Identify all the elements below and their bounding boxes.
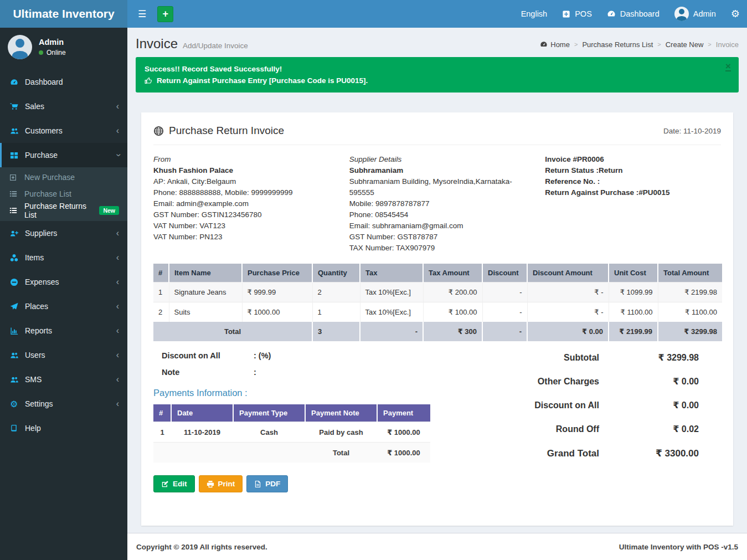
discount-on-all-row: Discount on All : (%): [162, 351, 502, 360]
return-status: Return Status :Return: [545, 165, 721, 176]
from-details: From Khush Fashion Palace AP: Ankali, Ci…: [153, 154, 349, 254]
list-icon: [9, 190, 24, 198]
plus-square-icon: [9, 174, 24, 181]
payments-heading: Payments Information :: [153, 388, 502, 398]
version-text: Ultimate Inventory with POS -v1.5: [619, 543, 738, 551]
print-button[interactable]: Print: [199, 475, 243, 492]
tachometer-icon: [10, 78, 25, 86]
users-icon: [10, 351, 25, 359]
top-header: Ultimate Inventory ☰ + English POS Dashb…: [0, 0, 747, 28]
pos-link[interactable]: POS: [562, 9, 592, 18]
users-icon: [10, 376, 25, 384]
breadcrumb-home[interactable]: Home: [540, 40, 570, 49]
home-icon: [540, 40, 548, 48]
users-icon: [10, 127, 25, 135]
items-total-row: Total 3 - ₹ 300 - ₹ 0.00 ₹ 2199.99 ₹ 329…: [153, 322, 722, 341]
item-row: 2 Suits ₹ 1000.00 1 Tax 10%[Exc.] ₹ 100.…: [153, 302, 722, 322]
footer: Copyright © 2019 All rights reserved. Ul…: [127, 533, 747, 560]
user-status: Online: [47, 49, 66, 56]
quick-add-button[interactable]: +: [157, 6, 173, 22]
note-row: Note :: [162, 368, 502, 377]
sidebar-menu: Dashboard Sales ‹ Customers ‹ Purchase ‹: [0, 70, 127, 440]
invoice-meta: Invoice #PR0006 Return Status :Return Re…: [545, 154, 721, 254]
sidebar-item-new-purchase[interactable]: New Purchase: [0, 169, 127, 186]
payments-header-row: # Date Payment Type Payment Note Payment: [153, 404, 430, 422]
sidebar-item-places[interactable]: Places ‹: [0, 294, 127, 318]
sidebar-item-expenses[interactable]: Expenses ‹: [0, 270, 127, 294]
alert-line2: Return Against Purchase Entry [Purchase …: [157, 75, 368, 86]
supplier-name: Subhramaniam: [349, 165, 534, 176]
globe-icon: [153, 126, 164, 136]
reference-no: Reference No. :: [545, 176, 721, 187]
breadcrumb-separator: >: [657, 41, 661, 48]
alert-line1: Success!! Record Saved Successfully!: [145, 63, 730, 75]
sidebar-user-panel: Admin Online: [0, 28, 127, 68]
chevron-left-icon: ‹: [116, 278, 119, 286]
breadcrumb: Home > Purchase Returns List > Create Ne…: [540, 40, 739, 49]
supplier-heading: Supplier Details: [349, 154, 534, 165]
item-row: 1 Signature Jeans ₹ 999.99 2 Tax 10%[Exc…: [153, 282, 722, 302]
breadcrumb-invoice: Invoice: [716, 40, 739, 49]
payments-total-row: Total ₹ 1000.00: [153, 443, 430, 463]
user-name: Admin: [39, 38, 66, 47]
chevron-left-icon: ‹: [116, 326, 119, 335]
card-title: Purchase Return Invoice: [153, 125, 284, 137]
sidebar: Admin Online Dashboard Sales ‹ Customers…: [0, 28, 127, 560]
summary-discount-on-all: Discount on All ₹ 0.00: [502, 400, 699, 410]
success-alert: Success!! Record Saved Successfully! Ret…: [136, 57, 739, 93]
chevron-left-icon: ‹: [116, 102, 119, 111]
dashboard-link[interactable]: Dashboard: [607, 9, 660, 18]
sidebar-item-reports[interactable]: Reports ‹: [0, 318, 127, 343]
edit-icon: [161, 480, 169, 488]
chevron-left-icon: ‹: [116, 399, 119, 408]
sidebar-item-purchase[interactable]: Purchase ‹: [0, 143, 127, 167]
invoice-items-table: # Item Name Purchase Price Quantity Tax …: [153, 264, 722, 341]
sidebar-toggle-icon[interactable]: ☰: [135, 6, 150, 22]
sidebar-item-settings[interactable]: ⚙ Settings ‹: [0, 392, 127, 416]
chevron-left-icon: ‹: [116, 375, 119, 384]
purchase-submenu: New Purchase Purchase List Purchase Retu…: [0, 167, 127, 221]
summary-round-off: Round Off ₹ 0.02: [502, 424, 699, 434]
pdf-button[interactable]: PDF: [246, 475, 288, 492]
return-against-purchase: Return Against Purchase :#PU0015: [545, 187, 721, 198]
close-icon[interactable]: ×: [725, 62, 731, 71]
summary-subtotal: Subtotal ₹ 3299.98: [502, 352, 699, 363]
breadcrumb-purchase-returns-list[interactable]: Purchase Returns List: [582, 40, 653, 49]
sidebar-item-dashboard[interactable]: Dashboard: [0, 70, 127, 94]
language-menu[interactable]: English: [521, 9, 548, 18]
from-heading: From: [153, 154, 338, 165]
list-icon: [9, 207, 24, 214]
new-badge: New: [99, 206, 119, 215]
edit-button[interactable]: Edit: [153, 475, 195, 492]
tachometer-icon: [607, 9, 616, 18]
book-icon: [10, 424, 25, 432]
chevron-left-icon: ‹: [116, 351, 119, 359]
sidebar-item-sales[interactable]: Sales ‹: [0, 94, 127, 119]
breadcrumb-create-new[interactable]: Create New: [666, 40, 704, 49]
sidebar-item-help[interactable]: Help: [0, 416, 127, 440]
payment-row: 1 11-10-2019 Cash Paid by cash ₹ 1000.00: [153, 422, 430, 443]
content-header: Invoice Add/Update Invoice Home > Purcha…: [127, 28, 747, 52]
invoice-summary: Subtotal ₹ 3299.98 Other Charges ₹ 0.00 …: [502, 343, 721, 492]
breadcrumb-separator: >: [574, 41, 578, 48]
invoice-card: Purchase Return Invoice Date: 11-10-2019…: [141, 112, 733, 526]
paper-plane-icon: [10, 302, 25, 311]
company-name: Khush Fashion Palace: [153, 165, 338, 176]
minus-circle-icon: [10, 278, 25, 286]
sidebar-item-suppliers[interactable]: Suppliers ‹: [0, 221, 127, 245]
print-icon: [207, 480, 214, 488]
app-logo[interactable]: Ultimate Inventory: [0, 0, 127, 28]
settings-gear-icon[interactable]: ⚙: [731, 9, 740, 19]
sidebar-item-purchase-returns-list[interactable]: Purchase Returns List New: [0, 202, 127, 219]
sidebar-item-sms[interactable]: SMS ‹: [0, 367, 127, 392]
summary-grand-total: Grand Total ₹ 3300.00: [502, 448, 699, 459]
user-menu[interactable]: Admin: [674, 7, 716, 21]
sidebar-item-users[interactable]: Users ‹: [0, 343, 127, 367]
sidebar-item-customers[interactable]: Customers ‹: [0, 119, 127, 143]
items-header-row: # Item Name Purchase Price Quantity Tax …: [153, 264, 722, 282]
sidebar-item-purchase-list[interactable]: Purchase List: [0, 186, 127, 202]
copyright-text: Copyright © 2019 All rights reserved.: [136, 543, 267, 551]
breadcrumb-separator: >: [708, 41, 711, 48]
summary-other-charges: Other Charges ₹ 0.00: [502, 376, 699, 387]
sidebar-item-items[interactable]: Items ‹: [0, 245, 127, 270]
